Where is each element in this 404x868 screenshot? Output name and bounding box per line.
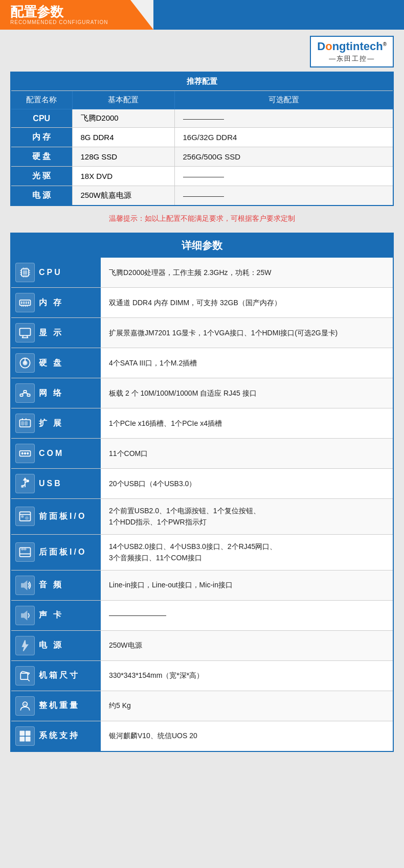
detail-icon — [15, 606, 35, 625]
detail-row: COM11个COM口 — [11, 439, 393, 469]
detail-label-text: 声 卡 — [39, 610, 63, 621]
detail-value-cell: 250W电源 — [101, 631, 393, 660]
svg-point-42 — [21, 453, 23, 454]
detail-icon — [15, 263, 35, 282]
detail-value-cell: 1个PCIe x16插槽、1个PCIe x4插槽 — [101, 408, 393, 438]
detail-label-text: 硬 盘 — [39, 358, 63, 369]
rec-row-label: 光 驱 — [11, 167, 72, 186]
detail-row: CPU飞腾D2000处理器，工作主频 2.3GHz，功耗：25W — [11, 258, 393, 288]
detail-value-cell: 2个前置USB2.0、1个电源按钮、1个复位按钮、1个HDD指示、1个PWR指示… — [101, 499, 393, 534]
rec-row-base: 250W航嘉电源 — [72, 186, 174, 206]
rec-row-label: CPU — [11, 109, 72, 128]
detail-row: 前面板I/O2个前置USB2.0、1个电源按钮、1个复位按钮、1个HDD指示、1… — [11, 499, 393, 535]
detail-label-text: 后面板I/O — [39, 547, 86, 558]
warning-text: 温馨提示：如以上配置不能满足要求，可根据客户要求定制 — [10, 214, 394, 223]
detail-icon — [15, 666, 35, 686]
detail-label-cell: 系统支持 — [11, 721, 101, 751]
detail-row: 显 示扩展景嘉微JM7201 1G显卡，1个VGA接口、1个HDMI接口(可选2… — [11, 318, 393, 348]
svg-rect-38 — [25, 422, 27, 425]
rec-row-base: 8G DDR4 — [72, 128, 174, 147]
rec-row-opt: 16G/32G DDR4 — [174, 128, 393, 147]
detail-icon — [15, 542, 35, 562]
detail-value-cell: ———————— — [101, 601, 393, 630]
detail-params-section: 详细参数 CPU飞腾D2000处理器，工作主频 2.3GHz，功耗：25W内 存… — [10, 233, 394, 752]
svg-rect-72 — [26, 736, 31, 741]
logo-area: Dongtintech® —东田工控— — [0, 30, 404, 72]
detail-label-text: CPU — [39, 268, 62, 277]
detail-icon — [15, 507, 35, 526]
svg-rect-58 — [24, 549, 26, 550]
detail-label-cell: 声 卡 — [11, 601, 101, 630]
detail-label-text: 音 频 — [39, 580, 63, 590]
logo-subtitle: —东田工控— — [329, 54, 375, 63]
detail-label-text: 前面板I/O — [39, 511, 86, 522]
detail-label-cell: 网 络 — [11, 378, 101, 408]
detail-icon — [15, 353, 35, 373]
detail-row: 声 卡———————— — [11, 601, 393, 631]
detail-label-cell: 音 频 — [11, 570, 101, 600]
detail-label-text: 整机重量 — [39, 700, 80, 711]
svg-rect-17 — [26, 301, 27, 304]
svg-point-43 — [25, 453, 26, 454]
detail-label-cell: kg整机重量 — [11, 691, 101, 721]
detail-icon — [15, 444, 35, 463]
detail-row: 音 频Line-in接口，Line-out接口，Mic-in接口 — [11, 570, 393, 601]
detail-value-cell: Line-in接口，Line-out接口，Mic-in接口 — [101, 570, 393, 600]
svg-rect-1 — [23, 270, 28, 275]
detail-icon — [15, 636, 35, 655]
col-header-base: 基本配置 — [72, 91, 174, 109]
rec-row-label: 硬 盘 — [11, 147, 72, 167]
col-header-name: 配置名称 — [11, 91, 72, 109]
detail-row: 系统支持银河麒麟V10、统信UOS 20 — [11, 721, 393, 751]
rec-row-base: 飞腾D2000 — [72, 109, 174, 128]
svg-rect-31 — [20, 394, 23, 396]
detail-label-text: 机箱尺寸 — [39, 670, 80, 681]
rec-row-label: 内 存 — [11, 128, 72, 147]
svg-rect-62 — [20, 673, 28, 679]
detail-label-cell: 扩 展 — [11, 408, 101, 438]
detail-value-cell: 银河麒麟V10、统信UOS 20 — [101, 721, 393, 751]
svg-line-64 — [28, 679, 30, 681]
rec-table-title: 推荐配置 — [11, 72, 393, 91]
detail-label-cell: USB — [11, 469, 101, 498]
svg-rect-71 — [20, 736, 25, 741]
svg-marker-59 — [21, 581, 27, 589]
detail-icon — [15, 293, 35, 312]
detail-row: 后面板I/O14个USB2.0接口、4个USB3.0接口、2个RJ45网口、3个… — [11, 535, 393, 570]
detail-value-cell: 板载 2 个 10M/100M/1000M 自适应 RJ45 接口 — [101, 378, 393, 408]
detail-value-cell: 330*343*154mm（宽*深*高） — [101, 661, 393, 691]
svg-marker-50 — [24, 478, 26, 481]
detail-row: USB20个USB口（4个USB3.0） — [11, 469, 393, 499]
svg-rect-15 — [21, 301, 23, 304]
detail-label-text: COM — [39, 449, 64, 458]
detail-row: 电 源250W电源 — [11, 631, 393, 661]
header-title-zh: 配置参数 — [10, 5, 108, 19]
detail-row: kg整机重量约5 Kg — [11, 691, 393, 721]
detail-row: 机箱尺寸330*343*154mm（宽*深*高） — [11, 661, 393, 691]
detail-row: 内 存双通道 DDR4 内存 DIMM，可支持 32GB（国产内存） — [11, 288, 393, 318]
detail-label-text: 扩 展 — [39, 418, 63, 429]
header-title-en: RECOMMENDED CONFIGURATION — [10, 19, 108, 25]
rec-row-label: 电 源 — [11, 186, 72, 206]
header-right — [153, 0, 404, 30]
detail-label-cell: 前面板I/O — [11, 499, 101, 534]
detail-value-cell: 约5 Kg — [101, 691, 393, 721]
detail-icon — [15, 576, 35, 595]
rec-row-opt — [174, 109, 393, 128]
detail-label-cell: 机箱尺寸 — [11, 661, 101, 691]
detail-label-cell: COM — [11, 439, 101, 468]
detail-label-text: USB — [39, 479, 62, 488]
rec-row-base: 18X DVD — [72, 167, 174, 186]
detail-icon — [15, 726, 35, 746]
logo-box: Dongtintech® —东田工控— — [310, 36, 394, 67]
detail-label-cell: 内 存 — [11, 288, 101, 317]
detail-row: 扩 展1个PCIe x16插槽、1个PCIe x4插槽 — [11, 408, 393, 439]
detail-label-text: 电 源 — [39, 640, 63, 651]
detail-label-cell: 硬 盘 — [11, 348, 101, 378]
detail-label-cell: CPU — [11, 258, 101, 287]
detail-label-cell: 电 源 — [11, 631, 101, 660]
detail-section-title: 详细参数 — [11, 234, 393, 258]
rec-row-opt — [174, 167, 393, 186]
detail-value-cell: 双通道 DDR4 内存 DIMM，可支持 32GB（国产内存） — [101, 288, 393, 317]
svg-rect-18 — [28, 301, 29, 304]
